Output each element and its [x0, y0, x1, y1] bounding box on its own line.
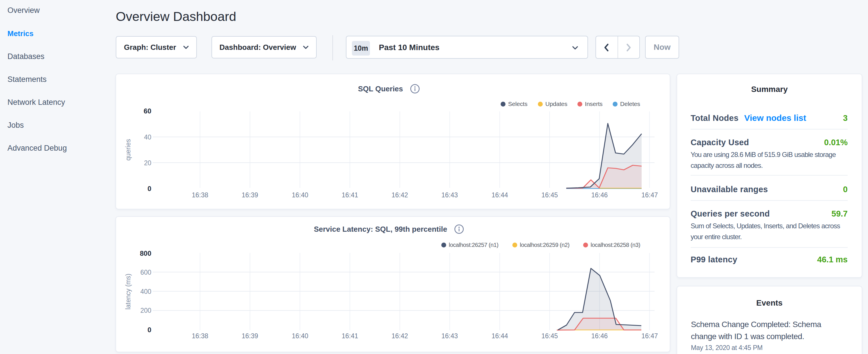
svg-text:16:44: 16:44	[492, 332, 508, 340]
svg-text:400: 400	[141, 288, 151, 295]
svg-text:16:45: 16:45	[541, 332, 558, 340]
svg-text:16:38: 16:38	[192, 332, 208, 340]
svg-text:600: 600	[141, 269, 151, 276]
svg-text:16:46: 16:46	[591, 332, 608, 340]
svg-text:latency (ms): latency (ms)	[124, 273, 132, 309]
svg-text:40: 40	[144, 133, 151, 141]
svg-text:16:42: 16:42	[392, 332, 408, 340]
svg-text:16:44: 16:44	[492, 191, 508, 199]
svg-text:16:43: 16:43	[441, 191, 458, 199]
svg-text:20: 20	[144, 159, 151, 167]
svg-text:16:46: 16:46	[591, 191, 608, 199]
svg-text:16:41: 16:41	[342, 332, 358, 340]
svg-text:16:47: 16:47	[641, 191, 658, 199]
svg-text:16:41: 16:41	[342, 191, 358, 199]
svg-text:16:38: 16:38	[192, 191, 208, 199]
svg-text:200: 200	[141, 307, 151, 314]
svg-text:16:40: 16:40	[292, 332, 308, 340]
svg-text:16:39: 16:39	[242, 191, 258, 199]
svg-text:16:40: 16:40	[292, 191, 308, 199]
svg-text:0: 0	[148, 326, 151, 334]
svg-text:queries: queries	[124, 139, 132, 160]
svg-text:16:42: 16:42	[392, 191, 408, 199]
svg-text:800: 800	[140, 250, 151, 257]
svg-text:16:47: 16:47	[641, 332, 658, 340]
svg-text:16:43: 16:43	[441, 332, 458, 340]
svg-text:60: 60	[144, 107, 151, 115]
svg-text:0: 0	[148, 185, 151, 192]
svg-text:16:39: 16:39	[242, 332, 258, 340]
svg-text:16:45: 16:45	[541, 191, 558, 199]
